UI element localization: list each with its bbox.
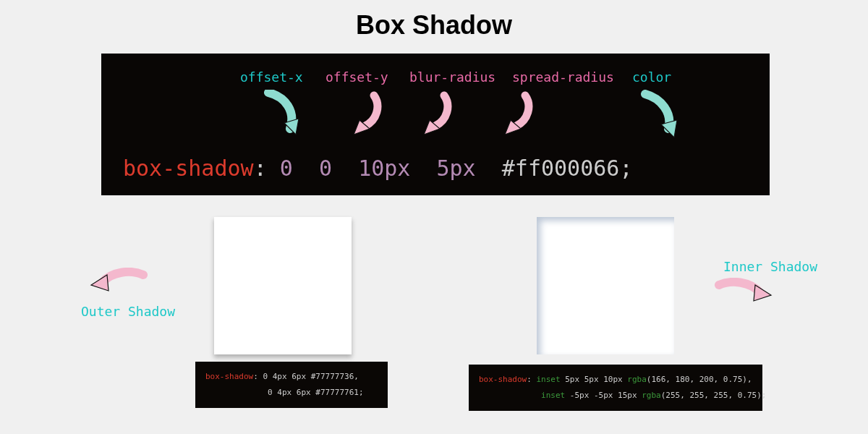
- code-hex: #ff000066: [502, 156, 620, 181]
- code-comma: ,: [354, 372, 359, 381]
- code-line1-vals: 0 4px 6px: [258, 372, 311, 381]
- code-colon: :: [253, 372, 258, 381]
- label-offset-x: offset-x: [240, 69, 303, 85]
- code-colon: :: [254, 156, 267, 181]
- code-property: box-shadow: [205, 372, 253, 381]
- code-colon: :: [527, 375, 532, 384]
- code-offset-y: 0: [319, 156, 332, 181]
- code-rgba1: (166, 180, 200, 0.75): [647, 375, 747, 384]
- outer-shadow-label: Outer Shadow: [81, 304, 175, 319]
- arrow-icon: [264, 90, 303, 137]
- label-spread-radius: spread-radius: [512, 69, 614, 85]
- label-color: color: [632, 69, 671, 85]
- arrow-icon: [503, 91, 534, 135]
- code-rgba-kw: rgba: [627, 375, 647, 384]
- inner-snippet: box-shadow: inset 5px 5px 10px rgba(166,…: [469, 365, 762, 411]
- code-line2-hex: #77777761: [315, 388, 359, 397]
- code-indent: [205, 388, 268, 397]
- code-inset1: inset: [536, 375, 560, 384]
- inner-shadow-label: Inner Shadow: [723, 259, 817, 274]
- code-terminator: ;: [762, 391, 767, 400]
- code-property: box-shadow: [479, 375, 527, 384]
- arrow-icon: [422, 91, 453, 135]
- arrow-icon: [715, 278, 773, 310]
- code-offset-x: 0: [280, 156, 293, 181]
- arrow-icon: [352, 91, 383, 135]
- outer-snippet: box-shadow: 0 4px 6px #77777736, 0 4px 6…: [195, 362, 388, 408]
- arrow-icon: [90, 268, 148, 299]
- code-inset2: inset: [541, 391, 565, 400]
- code-v1: 5px 5px 10px: [561, 375, 628, 384]
- code-blur: 10px: [358, 156, 410, 181]
- hero-code-block: offset-x offset-y blur-radius spread-rad…: [101, 54, 770, 195]
- code-v2: -5px -5px 15px: [565, 391, 642, 400]
- code-rgba2: (255, 255, 255, 0.75): [661, 391, 762, 400]
- code-terminator: ;: [359, 388, 364, 397]
- label-blur-radius: blur-radius: [409, 69, 495, 85]
- code-line2-vals: 0 4px 6px: [268, 388, 315, 397]
- outer-shadow-box: [214, 217, 352, 354]
- arrow-icon: [639, 90, 683, 140]
- hero-code-line: box-shadow: 0 0 10px 5px #ff000066;: [123, 156, 632, 181]
- code-comma: ,: [747, 375, 752, 384]
- code-rgba-kw2: rgba: [642, 391, 661, 400]
- page-title: Box Shadow: [0, 0, 868, 41]
- code-line1-hex: #77777736: [311, 372, 354, 381]
- code-indent: [479, 391, 541, 400]
- label-offset-y: offset-y: [326, 69, 388, 85]
- code-property: box-shadow: [123, 156, 254, 181]
- inner-shadow-box: [537, 217, 674, 354]
- code-spread: 5px: [437, 156, 476, 181]
- code-terminator: ;: [619, 156, 632, 181]
